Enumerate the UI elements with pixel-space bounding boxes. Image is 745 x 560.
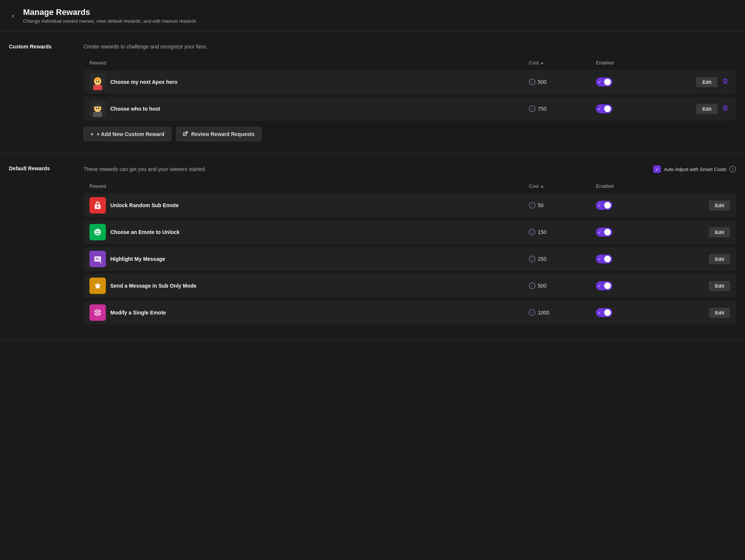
toggle-enabled[interactable]: ✓	[596, 77, 612, 86]
enabled-cell: ✓	[596, 228, 670, 237]
cost-icon: ○	[529, 309, 536, 316]
toggle-check-icon: ✓	[598, 230, 601, 235]
actions-cell: Edit	[670, 254, 730, 264]
svg-point-10	[98, 108, 100, 109]
col-header-cost[interactable]: Cost ▲	[529, 60, 596, 66]
default-header-row: These rewards can get you and your viewe…	[83, 165, 736, 173]
actions-cell: Edit	[670, 227, 730, 237]
svg-point-17	[96, 231, 97, 232]
svg-point-25	[97, 312, 98, 313]
check-icon: ✓	[655, 167, 659, 172]
svg-rect-5	[93, 85, 102, 90]
enabled-cell: ✓	[596, 254, 670, 263]
reward-info: Unlock Random Sub Emote	[89, 197, 529, 213]
delete-button[interactable]	[720, 103, 730, 114]
reward-info: Choose my next Apex hero	[89, 74, 529, 90]
toggle-check-icon: ✓	[598, 203, 601, 208]
col-header-actions	[670, 183, 730, 189]
review-reward-requests-button[interactable]: Review Reward Requests	[176, 127, 262, 141]
reward-name: Highlight My Message	[110, 256, 165, 262]
smart-costs-control: ✓ Auto Adjust with Smart Costs i	[653, 165, 736, 173]
toggle-enabled[interactable]: ✓	[596, 228, 612, 237]
default-rewards-table: Reward Cost ▲ Enabled	[83, 180, 736, 325]
default-rewards-label: Default Rewards	[9, 165, 83, 328]
header-text: Manage Rewards Change individual reward …	[23, 7, 196, 24]
table-row: Highlight My Message ○ 250 ✓ Edit	[83, 247, 736, 271]
add-new-custom-reward-button[interactable]: + + Add New Custom Reward	[83, 127, 171, 141]
cost-value: 150	[538, 229, 546, 235]
col-header-reward: Reward	[89, 183, 529, 189]
enabled-cell: ✓	[596, 308, 670, 317]
toggle-enabled[interactable]: ✓	[596, 254, 612, 263]
cost-value: 500	[538, 79, 546, 85]
actions-cell: Edit	[670, 281, 730, 291]
cost-icon: ○	[529, 229, 536, 235]
cost-cell: ○ 50	[529, 202, 596, 209]
cost-value: 250	[538, 256, 546, 262]
edit-button[interactable]: Edit	[709, 227, 730, 237]
cost-cell: ○ 500	[529, 282, 596, 289]
svg-point-9	[96, 108, 97, 109]
default-rewards-description: These rewards can get you and your viewe…	[83, 166, 206, 172]
action-buttons: + + Add New Custom Reward Review Reward …	[83, 127, 736, 141]
delete-button[interactable]	[720, 76, 730, 88]
edit-button[interactable]: Edit	[696, 104, 717, 114]
toggle-enabled[interactable]: ✓	[596, 308, 612, 317]
svg-rect-15	[97, 207, 98, 208]
table-row: Choose my next Apex hero ○ 500 ✓ Edit	[83, 70, 736, 94]
svg-point-3	[96, 81, 97, 82]
svg-point-16	[94, 229, 101, 235]
cost-cell: ○ 750	[529, 105, 596, 112]
sort-icon: ▲	[540, 184, 544, 188]
default-rewards-content: These rewards can get you and your viewe…	[83, 165, 736, 328]
table-row: Choose an Emote to Unlock ○ 150 ✓ Edit	[83, 220, 736, 244]
cost-value: 500	[538, 283, 546, 289]
cost-cell: ○ 500	[529, 79, 596, 85]
edit-button[interactable]: Edit	[709, 254, 730, 264]
cost-cell: ○ 250	[529, 256, 596, 262]
custom-rewards-content: Create rewards to challenge and recogniz…	[83, 44, 736, 141]
actions-cell: Edit	[670, 200, 730, 211]
reward-icon	[89, 101, 106, 117]
reward-info: Highlight My Message	[89, 251, 529, 267]
cost-icon: ○	[529, 282, 536, 289]
plus-icon: +	[91, 131, 94, 137]
edit-button[interactable]: Edit	[709, 200, 730, 211]
reward-name: Modify a Single Emote	[110, 310, 166, 316]
smart-costs-checkbox[interactable]: ✓	[653, 165, 661, 173]
toggle-enabled[interactable]: ✓	[596, 104, 612, 113]
col-header-enabled: Enabled	[596, 183, 670, 189]
reward-icon	[89, 278, 106, 294]
reward-icon	[89, 197, 106, 213]
reward-icon	[89, 224, 106, 240]
cost-icon: ○	[529, 105, 536, 112]
custom-rewards-section: Custom Rewards Create rewards to challen…	[0, 32, 745, 154]
back-button[interactable]: ‹	[9, 10, 17, 21]
reward-name: Send a Message in Sub Only Mode	[110, 283, 196, 289]
svg-point-18	[98, 231, 100, 232]
edit-button[interactable]: Edit	[696, 77, 717, 87]
toggle-enabled[interactable]: ✓	[596, 281, 612, 290]
toggle-check-icon: ✓	[598, 257, 601, 262]
col-header-reward: Reward	[89, 60, 529, 66]
edit-button[interactable]: Edit	[709, 308, 730, 318]
edit-button[interactable]: Edit	[709, 281, 730, 291]
cost-cell: ○ 150	[529, 229, 596, 235]
default-rewards-section: Default Rewards These rewards can get yo…	[0, 154, 745, 340]
table-row: Send a Message in Sub Only Mode ○ 500 ✓ …	[83, 274, 736, 298]
actions-cell: Edit	[670, 308, 730, 318]
table-row: Choose who to host ○ 750 ✓ Edit	[83, 97, 736, 121]
cost-value: 750	[538, 106, 546, 112]
enabled-cell: ✓	[596, 104, 670, 113]
reward-info: Send a Message in Sub Only Mode	[89, 278, 529, 294]
actions-cell: Edit	[670, 76, 730, 88]
col-header-cost[interactable]: Cost ▲	[529, 183, 596, 189]
info-icon[interactable]: i	[729, 166, 736, 173]
reward-name: Choose who to host	[110, 106, 160, 112]
table-row: Unlock Random Sub Emote ○ 50 ✓ Edit	[83, 193, 736, 217]
reward-name: Choose an Emote to Unlock	[110, 229, 180, 235]
toggle-enabled[interactable]: ✓	[596, 201, 612, 210]
cost-icon: ○	[529, 202, 536, 209]
custom-rewards-label: Custom Rewards	[9, 44, 83, 141]
reward-info: Choose an Emote to Unlock	[89, 224, 529, 240]
